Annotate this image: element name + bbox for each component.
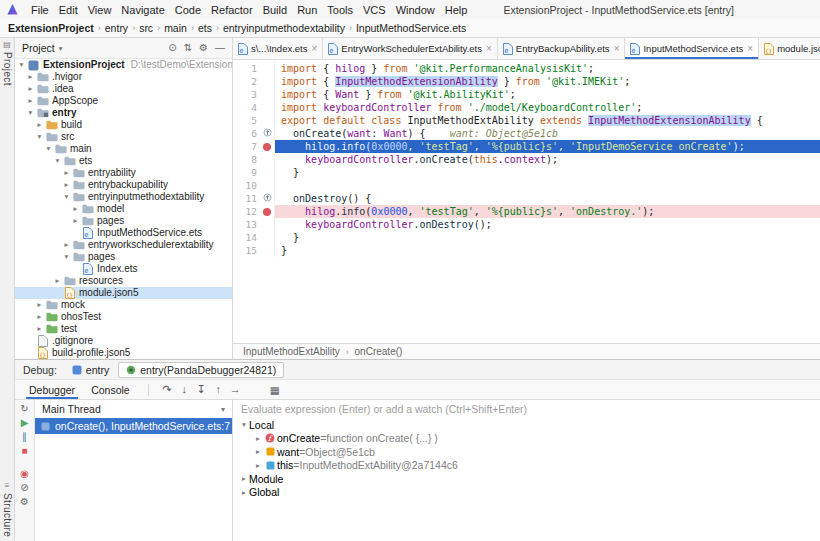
chevron-icon[interactable]: ▸ <box>239 474 249 483</box>
code-line-text[interactable]: } <box>275 231 820 244</box>
tree-item-pages[interactable]: ▸pages <box>15 215 232 227</box>
chevron-collapsed-icon[interactable]: ▸ <box>35 299 44 311</box>
thread-selector[interactable]: Main Thread ▾ <box>35 400 232 418</box>
rerun-icon[interactable]: ↻ <box>20 404 28 414</box>
chevron-collapsed-icon[interactable]: ▸ <box>62 239 71 251</box>
debug-session-tab-entry[interactable]: entry <box>65 362 116 378</box>
chevron-expanded-icon[interactable]: ▾ <box>62 251 71 263</box>
locate-icon[interactable]: ⊙ <box>168 43 176 53</box>
variable-local[interactable]: ▾Local <box>233 418 820 432</box>
collapse-all-icon[interactable]: ⇅ <box>184 43 192 53</box>
code-line-text[interactable]: onDestroy() { <box>275 192 820 205</box>
tree-item-index-ets[interactable]: eIndex.ets <box>15 263 232 275</box>
tree-item-mock[interactable]: ▸mock <box>15 299 232 311</box>
tree-item-ohostest[interactable]: ▸ohosTest <box>15 311 232 323</box>
breakpoint-icon[interactable] <box>263 143 271 151</box>
menu-refactor[interactable]: Refactor <box>206 3 258 17</box>
tree-item-pages[interactable]: ▾pages <box>15 251 232 263</box>
tree-item-extensionproject[interactable]: ▾ExtensionProjectD:\testDemo\ExtensionPr… <box>15 59 232 71</box>
breadcrumb-class[interactable]: InputMethodExtAbility <box>243 346 340 357</box>
tree-item-build-profile-json5[interactable]: {}build-profile.json5 <box>15 347 232 359</box>
debug-session-tab-entry-pandadebugger24821[interactable]: entry(PandaDebugger24821) <box>118 362 284 378</box>
tab-close-icon[interactable]: × <box>312 43 318 54</box>
editor-tab-entryworkschedulerextability-ets[interactable]: eEntryWorkSchedulerExtAbility.ets× <box>323 38 497 59</box>
code-line-text[interactable]: import { hilog } from '@kit.PerformanceA… <box>275 62 820 75</box>
code-line-text[interactable]: } <box>275 166 820 179</box>
variable-want[interactable]: ▸want = Object@5e1cb <box>233 445 820 459</box>
tab-close-icon[interactable]: × <box>486 43 492 54</box>
chevron-collapsed-icon[interactable]: ▸ <box>53 275 62 287</box>
tree-item-entrybackupability[interactable]: ▸entrybackupability <box>15 179 232 191</box>
tree-item-appscope[interactable]: ▸AppScope <box>15 95 232 107</box>
code-line-text[interactable]: keyboardController.onDestroy(); <box>275 218 820 231</box>
code-line-text[interactable]: hilog.info(0x0000, 'testTag', '%{public}… <box>275 205 820 218</box>
menu-run[interactable]: Run <box>292 3 322 17</box>
breadcrumb-src[interactable]: src <box>139 22 153 34</box>
chevron-collapsed-icon[interactable]: ▸ <box>26 83 35 95</box>
chevron-expanded-icon[interactable]: ▾ <box>62 191 71 203</box>
pause-icon[interactable]: ∥ <box>22 432 27 442</box>
mute-breakpoints-icon[interactable]: ⊘ <box>20 483 28 493</box>
tree-item-entryworkschedulerextability[interactable]: ▸entryworkschedulerextability <box>15 239 232 251</box>
chevron-collapsed-icon[interactable]: ▸ <box>35 323 44 335</box>
step-out-icon[interactable]: ↑ <box>210 383 227 396</box>
project-panel-title[interactable]: Project <box>22 42 55 54</box>
tree-item-hvigor[interactable]: ▸.hvigor <box>15 71 232 83</box>
code-editor[interactable]: 1import { hilog } from '@kit.Performance… <box>233 60 820 343</box>
chevron-collapsed-icon[interactable]: ▸ <box>26 71 35 83</box>
tree-item-gitignore[interactable]: .gitignore <box>15 335 232 347</box>
editor-tab-module-json5[interactable]: {}module.json5× <box>759 38 820 59</box>
menu-help[interactable]: Help <box>440 3 473 17</box>
code-line-text[interactable]: import { Want } from '@kit.AbilityKit'; <box>275 88 820 101</box>
tab-close-icon[interactable]: × <box>747 43 753 54</box>
tree-item-model[interactable]: ▸model <box>15 203 232 215</box>
menu-edit[interactable]: Edit <box>54 3 83 17</box>
breadcrumb-main[interactable]: main <box>164 22 187 34</box>
chevron-collapsed-icon[interactable]: ▸ <box>26 95 35 107</box>
tree-item-main[interactable]: ▾main <box>15 143 232 155</box>
menu-navigate[interactable]: Navigate <box>116 3 169 17</box>
tree-item-src[interactable]: ▾src <box>15 131 232 143</box>
tree-item-resources[interactable]: ▸resources <box>15 275 232 287</box>
overrides-method-icon[interactable] <box>263 192 272 205</box>
chevron-collapsed-icon[interactable]: ▸ <box>71 203 80 215</box>
chevron-expanded-icon[interactable]: ▾ <box>44 143 53 155</box>
menu-tools[interactable]: Tools <box>322 3 358 17</box>
menu-window[interactable]: Window <box>391 3 440 17</box>
variable-oncreate[interactable]: ▸fonCreate = function onCreate( {...} ) <box>233 432 820 446</box>
tree-item-entryability[interactable]: ▸entryability <box>15 167 232 179</box>
breadcrumb-inputmethodservice-ets[interactable]: InputMethodService.ets <box>356 22 466 34</box>
menu-view[interactable]: View <box>83 3 117 17</box>
tab-close-icon[interactable]: × <box>614 43 620 54</box>
run-to-cursor-icon[interactable]: → <box>227 383 244 396</box>
chevron-icon[interactable]: ▸ <box>253 447 263 456</box>
tree-item-entryinputmethodextability[interactable]: ▾entryinputmethodextability <box>15 191 232 203</box>
evaluate-expression-input[interactable]: Evaluate expression (Enter) or add a wat… <box>233 400 820 418</box>
tree-item-inputmethodservice-ets[interactable]: eInputMethodService.ets <box>15 227 232 239</box>
editor-tab-inputmethodservice-ets[interactable]: eInputMethodService.ets× <box>625 38 759 59</box>
breadcrumb-entry[interactable]: entry <box>105 22 128 34</box>
chevron-collapsed-icon[interactable]: ▸ <box>62 179 71 191</box>
breadcrumb-method[interactable]: onCreate() <box>355 346 403 357</box>
settings-icon[interactable]: ⚙ <box>20 497 29 507</box>
code-line-text[interactable]: export default class InputMethodExtAbili… <box>275 114 820 127</box>
restore-layout-icon[interactable]: ▦ <box>270 384 280 396</box>
chevron-expanded-icon[interactable]: ▾ <box>17 59 26 71</box>
tree-item-ets[interactable]: ▾ets <box>15 155 232 167</box>
variable-module[interactable]: ▸Module <box>233 472 820 486</box>
overrides-method-icon[interactable] <box>263 127 272 140</box>
chevron-expanded-icon[interactable]: ▾ <box>26 107 35 119</box>
code-line-text[interactable]: import keyboardController from './model/… <box>275 101 820 114</box>
step-over-icon[interactable]: ↷ <box>159 383 176 396</box>
chevron-collapsed-icon[interactable]: ▸ <box>35 311 44 323</box>
chevron-icon[interactable]: ▾ <box>239 420 249 429</box>
chevron-icon[interactable]: ▸ <box>253 461 263 470</box>
menu-vcs[interactable]: VCS <box>358 3 391 17</box>
chevron-collapsed-icon[interactable]: ▸ <box>71 215 80 227</box>
chevron-expanded-icon[interactable]: ▾ <box>53 155 62 167</box>
chevron-down-icon[interactable]: ▾ <box>59 44 63 53</box>
tool-button-structure[interactable]: ≡ Structure <box>2 482 13 537</box>
view-breakpoints-icon[interactable]: ◉ <box>20 469 29 479</box>
tree-item-idea[interactable]: ▸.idea <box>15 83 232 95</box>
code-line-text[interactable]: onCreate(want: Want) { want: Object@5e1c… <box>275 127 820 140</box>
